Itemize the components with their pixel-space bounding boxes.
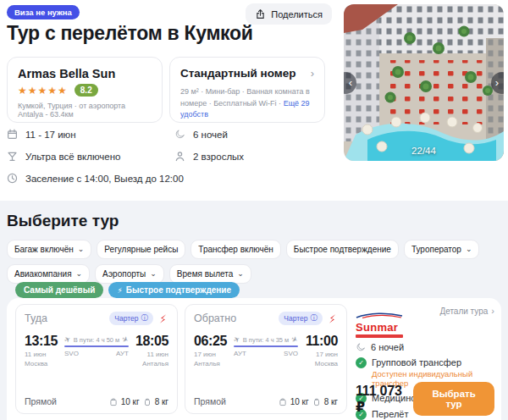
filter-departure-time[interactable]: Время вылета ⌄ [169,264,251,284]
select-tour-button[interactable]: Выбрать тур [413,382,494,416]
filter-baggage[interactable]: Багаж включён ⌄ [7,240,91,259]
charter-badge[interactable]: Чартер ⓘ [279,312,323,325]
arrival-airport-code: АУТ [116,350,129,357]
plane-takeoff-icon: ✈ [63,334,72,345]
chevron-down-icon: ⌄ [150,272,157,276]
chevron-down-icon: ⌄ [76,272,83,276]
detail-guests: 2 взрослых [174,151,244,162]
tour-page: Виза не нужна Поделиться Тур с перелётом… [0,0,508,420]
share-icon [255,8,266,19]
filter-transfer[interactable]: Трансфер включён [190,240,281,259]
chevron-right-icon: › [495,76,499,89]
tour-operator-name: Sunmar [356,322,408,333]
arrival-date: 11 июн [134,351,168,360]
backpack-icon [312,397,321,406]
cheapest-badge: Самый дешёвый [15,282,103,298]
arrival-airport-code: SVO [284,350,298,357]
detail-checkin: Заселение с 14:00, Выезд до 12:00 [7,173,184,184]
flight-card-outbound: Туда Чартер ⓘ 13:15 [15,304,178,414]
calendar-icon [7,129,18,140]
room-name: Стандартный номер [180,67,295,80]
filter-tour-operator[interactable]: Туроператор ⌄ [404,240,480,259]
hotel-photo [344,4,504,161]
fast-confirmation-badge: ⚡ Быстрое подтверждение [108,282,240,298]
baggage-weight: 10 кг [121,397,140,406]
tours-heading: Выберите тур [7,212,119,230]
backpack-icon [143,397,152,406]
tour-badges: Самый дешёвый ⚡ Быстрое подтверждение [15,282,240,298]
filter-airline[interactable]: Авиакомпания ⌄ [7,264,90,284]
arrival-city: Анталья [134,360,168,369]
departure-time: 06:25 [194,334,229,349]
visa-badge: Виза не нужна [7,5,80,19]
gallery-counter: 22/44 [344,146,504,156]
detail-nights: 6 ночей [174,129,228,140]
filter-regular-flights[interactable]: Регулярные рейсы [97,240,185,259]
logo-strip [356,334,403,338]
baggage-weight: 10 кг [290,397,309,406]
departure-city: Москва [25,360,59,369]
moon-icon [174,129,185,140]
airline-logo [157,313,168,324]
chevron-left-icon: ‹ [349,76,352,89]
share-label: Поделиться [271,9,323,19]
room-card[interactable]: Стандартный номер › 29 м² · Мини-бар · В… [169,57,325,123]
arrival-date: 17 июн [303,351,338,360]
departure-date: 17 июн [194,351,229,360]
arrival-city: Москва [303,360,338,369]
charter-badge[interactable]: Чартер ⓘ [109,312,153,325]
detail-dates: 11 - 17 июн [7,129,76,140]
plane-landing-icon: ✈ [290,334,300,345]
filter-fast-confirmation[interactable]: Быстрое подтверждение [286,240,399,259]
flight-direction: Обратно [194,312,236,324]
flight-duration: В пути: 4 ч 35 м [243,336,290,344]
moon-icon [356,342,366,352]
filter-chips: Багаж включён ⌄ Регулярные рейсы Трансфе… [7,240,503,284]
flight-direction: Туда [25,312,47,324]
perk-transfer: ✓ Групповой трансфер [356,357,494,368]
cocktail-icon [7,151,18,162]
hand-luggage-weight: 8 кг [324,397,338,406]
lightning-icon: ⚡ [117,286,122,295]
info-icon: ⓘ [311,313,318,323]
person-icon [174,151,185,162]
hotel-name: Armas Bella Sun [18,67,152,80]
route-line [234,345,298,347]
arrival-time: 18:05 [134,334,168,349]
clock-icon [7,173,18,184]
route-line [64,345,129,347]
arrival-time: 11:00 [303,334,338,349]
flight-card-return: Обратно Чартер ⓘ 06:25 [185,304,347,414]
suitcase-icon [109,397,118,406]
departure-time: 13:15 [25,334,59,349]
detail-meal: Ультра всё включено [7,151,120,162]
suitcase-icon [279,397,287,406]
departure-city: Анталья [194,360,229,369]
hotel-photo-gallery[interactable]: ‹ › 22/44 [344,4,504,161]
chevron-down-icon: ⌄ [78,247,85,251]
hotel-location: Кумкой, Турция · от аэропорта Antalya - … [18,102,152,119]
chevron-down-icon: ⌄ [237,272,244,276]
departure-airport-code: SVO [64,350,79,357]
tours-section: Выберите тур Багаж включён ⌄ Регулярные … [0,201,508,420]
hotel-stars: ★★★★★ [18,85,68,97]
tour-price: 111 073 ₽ [356,384,413,415]
check-icon: ✓ [356,357,367,368]
departure-airport-code: АУТ [234,350,246,357]
tour-card: Туда Чартер ⓘ 13:15 [7,298,501,420]
page-title: Тур с перелётом в Кумкой [7,22,253,45]
tour-details-link[interactable]: Детали тура › [439,307,494,316]
hotel-card: Armas Bella Sun ★★★★★ 8.2 Кумкой, Турция… [7,57,163,123]
share-button[interactable]: Поделиться [246,3,332,25]
plane-takeoff-icon: ✈ [232,334,241,345]
info-icon: ⓘ [141,313,149,323]
hand-luggage-weight: 8 кг [155,397,168,406]
filter-airports[interactable]: Аэропорты ⌄ [95,264,164,284]
flight-type: Прямой [25,396,57,406]
flight-duration: В пути: 4 ч 50 м [74,336,120,344]
flight-type: Прямой [194,396,226,406]
airline-logo [327,313,338,324]
logo-swoosh [356,312,403,318]
hotel-rating-badge: 8.2 [75,84,98,97]
chevron-right-icon: › [491,307,494,316]
